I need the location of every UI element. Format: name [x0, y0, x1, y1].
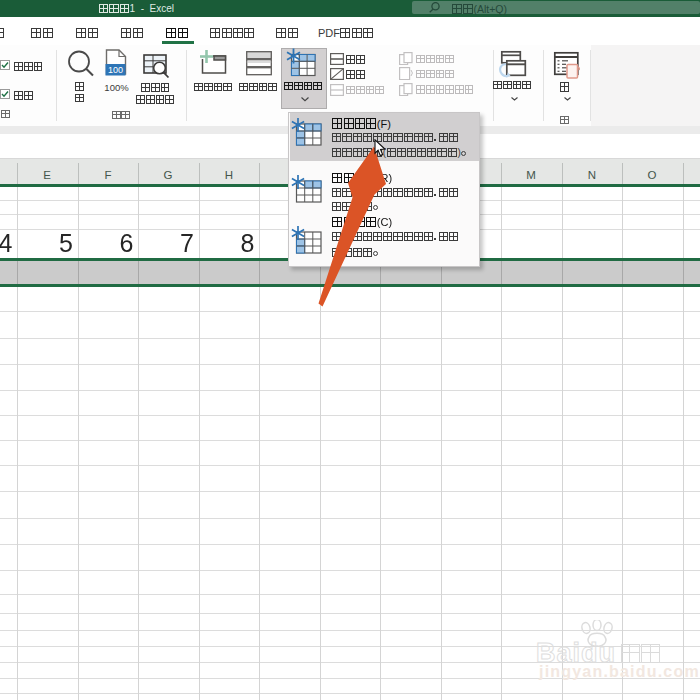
svg-text:100: 100 — [108, 65, 123, 75]
